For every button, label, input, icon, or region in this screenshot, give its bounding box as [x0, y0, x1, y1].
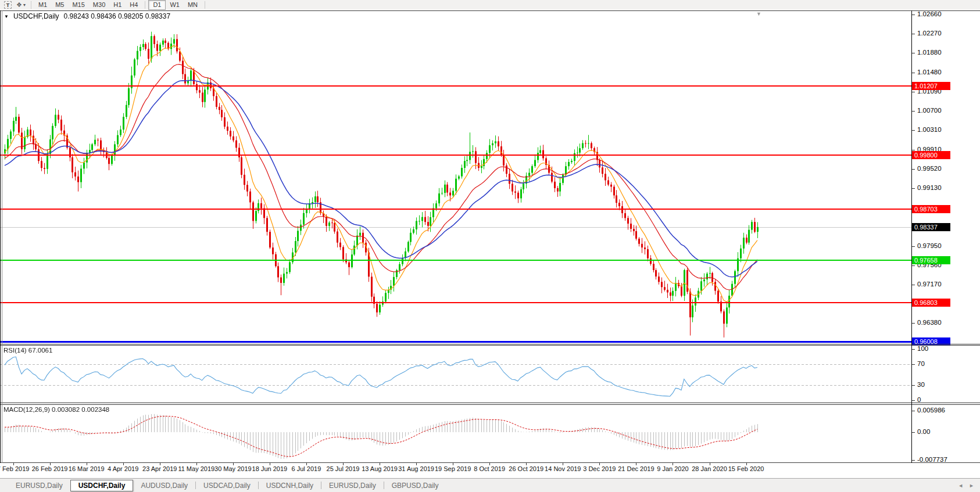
- text-tool-button[interactable]: T: [2, 1, 14, 9]
- rsi-indicator-label: RSI(14) 67.0061: [3, 347, 52, 354]
- date-label: 26 Oct 2019: [509, 465, 543, 472]
- tab-audusd-daily[interactable]: AUDUSD,Daily: [133, 480, 195, 491]
- price-tick-label: 0.96380: [917, 319, 942, 326]
- shift-end-marker-icon[interactable]: ▼: [756, 11, 761, 17]
- date-label: 15 Feb 2020: [728, 465, 764, 472]
- level-price-label: 0.99800: [912, 151, 950, 159]
- tab-usdcad-daily[interactable]: USDCAD,Daily: [196, 480, 258, 491]
- timeframe-button-mn[interactable]: MN: [184, 1, 202, 9]
- toolbar-separator: [205, 1, 205, 9]
- price-tick-label: 0.97950: [917, 242, 942, 249]
- timeframe-buttons: M1M5M15M30H1H4D1W1MN: [34, 0, 208, 10]
- window-left-border: [0, 10, 1, 463]
- date-label: 13 Aug 2019: [362, 465, 398, 472]
- rsi-tick-label: 30: [917, 381, 925, 388]
- chart-title: ▼ USDCHF,Daily 0.98243 0.98436 0.98205 0…: [4, 12, 170, 20]
- date-label: 19 Sep 2019: [435, 465, 471, 472]
- symbol-label: USDCHF,Daily: [13, 12, 59, 20]
- date-label: 26 Feb 2019: [32, 465, 68, 472]
- macd-tick-label: -0.007737: [917, 456, 947, 463]
- timeframe-button-m30[interactable]: M30: [89, 1, 109, 9]
- date-label: 23 Apr 2019: [142, 465, 177, 472]
- cursor-mode-button[interactable]: ❖ ▾: [14, 1, 28, 9]
- panel-border[interactable]: [0, 403, 980, 403]
- date-label: 14 Nov 2019: [545, 465, 581, 472]
- date-label: 11 May 2019: [178, 465, 214, 472]
- timeframe-button-h1[interactable]: H1: [109, 1, 126, 9]
- panel-border: [0, 404, 980, 405]
- price-tick-label: 0.99520: [917, 165, 942, 172]
- panel-grip-line: [2, 10, 2, 463]
- timeframe-button-w1[interactable]: W1: [166, 1, 184, 9]
- price-tick-label: 1.01480: [917, 69, 942, 76]
- tab-eurusd-daily[interactable]: EURUSD,Daily: [8, 480, 70, 491]
- tab-eurusd-daily[interactable]: EURUSD,Daily: [321, 480, 384, 491]
- date-label: 31 Aug 2019: [398, 465, 434, 472]
- current-price-label: 0.98337: [912, 223, 950, 231]
- price-tick-label: 0.99130: [917, 184, 942, 191]
- timeframe-button-d1[interactable]: D1: [148, 0, 166, 10]
- tab-scroll-left-icon[interactable]: ◄: [958, 483, 963, 489]
- chart-tab-bar: EURUSD,DailyUSDCHF,DailyAUDUSD,DailyUSDC…: [0, 478, 980, 492]
- macd-canvas[interactable]: [0, 405, 911, 462]
- tab-gbpusd-daily[interactable]: GBPUSD,Daily: [384, 480, 446, 491]
- tab-scroll-right-icon[interactable]: ►: [969, 483, 974, 489]
- macd-tick-label: 0.005986: [917, 407, 945, 414]
- price-tick-label: 1.00310: [917, 126, 942, 133]
- price-tick-label: 0.97170: [917, 281, 942, 288]
- timeframe-button-m15[interactable]: M15: [68, 1, 88, 9]
- rsi-tick-label: 70: [917, 360, 925, 367]
- panel-border: [0, 345, 980, 346]
- rsi-canvas[interactable]: [0, 346, 911, 403]
- timeframe-button-h4[interactable]: H4: [126, 1, 142, 9]
- level-price-label: 0.98703: [912, 205, 950, 213]
- level-price-label: 0.96803: [912, 299, 950, 307]
- date-label: 3 Dec 2019: [583, 465, 616, 472]
- level-price-label: 1.01207: [912, 82, 950, 90]
- price-axis-line: [911, 10, 912, 463]
- panel-border: [0, 10, 980, 11]
- ohlc-values: 0.98243 0.98436 0.98205 0.98337: [64, 12, 171, 20]
- chevron-down-icon: ▾: [23, 2, 26, 8]
- price-tick-label: 1.00700: [917, 107, 942, 114]
- timeframe-button-m1[interactable]: M1: [34, 1, 51, 9]
- panel-border[interactable]: [0, 344, 980, 344]
- tab-usdcnh-daily[interactable]: USDCNH,Daily: [259, 480, 321, 491]
- level-price-label: 0.97658: [912, 256, 950, 264]
- date-label: 30 May 2019: [214, 465, 252, 472]
- date-label: 18 Jun 2019: [252, 465, 288, 472]
- date-label: 16 Mar 2019: [69, 465, 105, 472]
- top-toolbar: T ❖ ▾ M1M5M15M30H1H4D1W1MN: [0, 0, 980, 10]
- date-label: 7 Feb 2019: [0, 465, 29, 472]
- panel-border: [0, 462, 980, 463]
- tab-scroll-arrows: ◄►: [958, 483, 974, 489]
- date-label: 21 Dec 2019: [618, 465, 654, 472]
- date-label: 25 Jul 2019: [327, 465, 360, 472]
- date-label: 28 Jan 2020: [692, 465, 727, 472]
- price-tick-label: 1.01880: [917, 49, 942, 56]
- tab-usdchf-daily[interactable]: USDCHF,Daily: [70, 480, 134, 491]
- main-chart-canvas[interactable]: [0, 11, 911, 344]
- macd-tick-label: 0.00: [917, 428, 930, 435]
- mt4-window: T ❖ ▾ M1M5M15M30H1H4D1W1MN ▼ USDCHF,Dail…: [0, 0, 980, 492]
- price-tick-label: 1.02270: [917, 30, 942, 37]
- text-tool-icon: T: [4, 1, 12, 9]
- rsi-tick-label: 100: [917, 345, 928, 352]
- toolbar-separator: [145, 1, 145, 9]
- price-tick-label: 1.02660: [917, 10, 942, 17]
- timeframe-button-m5[interactable]: M5: [51, 1, 68, 9]
- arrows-icon: ❖: [16, 1, 22, 9]
- macd-indicator-label: MACD(12,26,9) 0.003082 0.002348: [3, 406, 109, 413]
- toolbar-grip: [31, 1, 31, 9]
- date-label: 6 Jul 2019: [292, 465, 321, 472]
- date-label: 9 Jan 2020: [657, 465, 688, 472]
- date-label: 8 Oct 2019: [474, 465, 505, 472]
- date-label: 4 Apr 2019: [108, 465, 138, 472]
- collapse-triangle-icon[interactable]: ▼: [4, 14, 9, 19]
